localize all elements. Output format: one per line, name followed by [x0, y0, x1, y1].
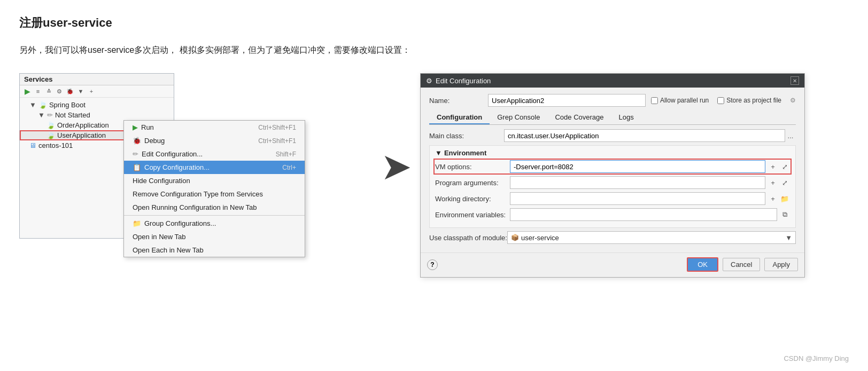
- orderapplication-label: OrderApplication: [57, 121, 109, 129]
- tab-configuration[interactable]: Configuration: [429, 111, 490, 124]
- notstarted-label: Not Started: [55, 111, 90, 119]
- ctx-copy-label: 📋 Copy Configuration...: [133, 163, 210, 171]
- ctx-copy-config[interactable]: 📋 Copy Configuration... Ctrl+: [124, 161, 305, 174]
- environment-label: Environment: [444, 149, 486, 157]
- main-class-browse-btn[interactable]: ...: [785, 130, 796, 141]
- program-args-actions: + ⤢: [768, 177, 790, 188]
- toolbar-btn-5[interactable]: ▼: [76, 87, 85, 96]
- working-dir-row: Working directory: + 📁: [435, 192, 790, 205]
- context-menu: ▶ Run Ctrl+Shift+F1 🐞 Debug Ctrl+Shift+F…: [123, 120, 305, 257]
- ctx-remove-label: Remove Configuration Type from Services: [133, 190, 263, 198]
- module-dropdown-icon: ▼: [785, 234, 792, 242]
- program-args-add-btn[interactable]: +: [768, 177, 778, 188]
- tab-grep-console[interactable]: Grep Console: [490, 111, 547, 124]
- dialog-checkbox-row: Allow parallel run Store as project file…: [651, 97, 796, 104]
- name-input[interactable]: [488, 94, 646, 107]
- toolbar-btn-1[interactable]: ≡: [34, 87, 42, 96]
- env-vars-input[interactable]: [510, 208, 777, 221]
- left-panel: Services ▶ ≡ ≛ ⚙ 🐞 ▼ + ▼ 🍃 Spring Boot: [19, 73, 372, 255]
- working-dir-folder-btn[interactable]: 📁: [779, 193, 790, 204]
- main-class-input[interactable]: [504, 129, 785, 142]
- ctx-run[interactable]: ▶ Run Ctrl+Shift+F1: [124, 121, 305, 134]
- ctx-group-configs[interactable]: 📁 Group Configurations...: [124, 217, 305, 230]
- ctx-run-label: ▶ Run: [133, 123, 154, 131]
- env-arrow-icon: ▼: [435, 149, 442, 157]
- user-icon: 🍃: [46, 131, 55, 139]
- working-dir-input[interactable]: [510, 192, 765, 205]
- cancel-button[interactable]: Cancel: [723, 258, 760, 271]
- ctx-separator-1: [124, 215, 305, 216]
- userapplication-label: UserApplication: [57, 131, 106, 139]
- allow-parallel-label: Allow parallel run: [651, 97, 709, 104]
- services-title: Services: [24, 75, 53, 83]
- env-vars-actions: ⧉: [779, 209, 790, 220]
- store-as-project-label: Store as project file: [717, 97, 781, 104]
- vm-options-actions: + ⤢: [768, 161, 790, 172]
- tree-notstarted[interactable]: ▼ ✏ Not Started: [20, 110, 174, 120]
- ctx-open-new-tab[interactable]: Open in New Tab: [124, 230, 305, 243]
- working-dir-label: Working directory:: [435, 195, 510, 203]
- services-toolbar: ▶ ≡ ≛ ⚙ 🐞 ▼ +: [20, 85, 174, 98]
- tree-springboot[interactable]: ▼ 🍃 Spring Boot: [20, 100, 174, 110]
- working-dir-add-btn[interactable]: +: [768, 193, 778, 204]
- dialog-content: Name: Allow parallel run Store as projec…: [421, 88, 804, 252]
- ctx-open-each-new-tab[interactable]: Open Each in New Tab: [124, 243, 305, 257]
- allow-parallel-checkbox[interactable]: [651, 97, 658, 104]
- services-titlebar: Services: [20, 74, 174, 85]
- dialog-icon: ⚙: [426, 77, 432, 85]
- main-class-label: Main class:: [429, 132, 504, 140]
- apply-button[interactable]: Apply: [764, 258, 798, 271]
- settings-gear-icon: ⚙: [790, 97, 796, 104]
- vm-options-row: VM options: + ⤢: [435, 160, 790, 173]
- module-icon: 📦: [511, 234, 519, 241]
- ctx-debug-label: 🐞 Debug: [133, 137, 165, 145]
- ctx-open-running-label: Open Running Configuration in New Tab: [133, 203, 257, 211]
- page-subtitle: 另外，我们可以将user-service多次启动， 模拟多实例部署，但为了避免端…: [19, 43, 849, 57]
- store-project-checkbox[interactable]: [717, 97, 724, 104]
- vm-options-add-btn[interactable]: +: [768, 161, 778, 172]
- classpath-row: Use classpath of module: 📦 user-service …: [429, 231, 796, 244]
- environment-header[interactable]: ▼ Environment: [435, 149, 790, 157]
- run-toolbar-btn[interactable]: ▶: [23, 87, 32, 96]
- centos-icon: 🖥: [29, 141, 36, 149]
- dialog-tabs: Configuration Grep Console Code Coverage…: [429, 111, 796, 125]
- ctx-group-label: 📁 Group Configurations...: [133, 219, 216, 227]
- ctx-edit-config-label: ✏ Edit Configuration...: [133, 150, 203, 158]
- tab-logs[interactable]: Logs: [611, 111, 641, 124]
- vm-options-input[interactable]: [510, 160, 765, 173]
- ok-button[interactable]: OK: [687, 257, 718, 272]
- toolbar-btn-3[interactable]: ⚙: [55, 87, 64, 96]
- tab-code-coverage[interactable]: Code Coverage: [547, 111, 611, 124]
- springboot-label: Spring Boot: [49, 101, 86, 109]
- main-class-row: Main class: ...: [429, 129, 796, 142]
- dialog-titlebar: ⚙ Edit Configuration ✕: [421, 74, 804, 88]
- notstarted-arrow: ▼: [38, 111, 45, 119]
- arrow-icon: ➤: [381, 148, 412, 185]
- env-vars-row: Environment variables: ⧉: [435, 208, 790, 221]
- toolbar-btn-6[interactable]: +: [87, 87, 96, 96]
- vm-options-expand-btn[interactable]: ⤢: [779, 161, 790, 172]
- dialog-close-button[interactable]: ✕: [790, 76, 799, 85]
- ctx-remove-config[interactable]: Remove Configuration Type from Services: [124, 187, 305, 201]
- help-button[interactable]: ?: [427, 259, 438, 270]
- ctx-edit-config[interactable]: ✏ Edit Configuration... Shift+F: [124, 147, 305, 161]
- program-args-input[interactable]: [510, 176, 765, 189]
- toolbar-btn-4[interactable]: 🐞: [66, 87, 74, 96]
- name-label: Name:: [429, 97, 488, 105]
- ctx-run-shortcut: Ctrl+Shift+F1: [258, 124, 296, 131]
- env-vars-copy-btn[interactable]: ⧉: [779, 209, 790, 220]
- ctx-debug[interactable]: 🐞 Debug Ctrl+Shift+F1: [124, 134, 305, 147]
- ctx-hide-config[interactable]: Hide Configuration: [124, 174, 305, 187]
- name-row: Name: Allow parallel run Store as projec…: [429, 94, 796, 107]
- program-args-expand-btn[interactable]: ⤢: [779, 177, 790, 188]
- ctx-copy-shortcut: Ctrl+: [282, 164, 296, 171]
- order-icon: 🍃: [46, 121, 55, 129]
- dialog-title: Edit Configuration: [436, 77, 491, 85]
- csdn-watermark: CSDN @Jimmy Ding: [784, 354, 849, 362]
- arrow-area: ➤: [372, 73, 420, 185]
- program-args-label: Program arguments:: [435, 179, 510, 187]
- ctx-edit-shortcut: Shift+F: [276, 151, 296, 158]
- toolbar-btn-2[interactable]: ≛: [44, 87, 53, 96]
- module-select[interactable]: 📦 user-service ▼: [507, 231, 796, 244]
- ctx-open-running[interactable]: Open Running Configuration in New Tab: [124, 201, 305, 214]
